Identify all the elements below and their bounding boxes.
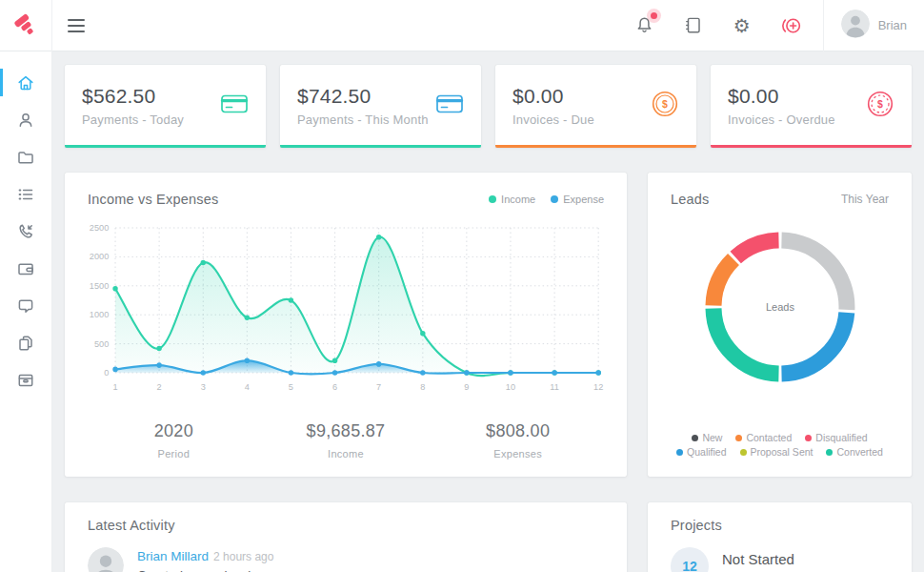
summary-expenses-value: $808.00 [432, 421, 604, 441]
legend-dot [692, 435, 698, 441]
stat-card-invoices-overdue: $0.00 Invoices - Overdue $ [711, 65, 912, 148]
legend-income[interactable]: Income [489, 194, 535, 205]
avatar [841, 10, 870, 42]
top-bar-inner: ⚙ Brian [52, 0, 924, 51]
svg-text:9: 9 [464, 382, 469, 392]
legend-qualified[interactable]: Qualified [676, 446, 726, 458]
svg-text:1500: 1500 [90, 281, 109, 291]
bottom-row: Latest Activity Brian Millard2 hours ago… [65, 502, 912, 572]
income-expenses-title: Income vs Expenses [88, 192, 218, 207]
summary-period-value: 2020 [88, 421, 260, 441]
svg-text:7: 7 [376, 382, 381, 392]
logo-icon [12, 12, 39, 39]
legend-expense[interactable]: Expense [551, 194, 604, 205]
archive-icon [16, 371, 35, 390]
stat-value: $0.00 [512, 85, 594, 108]
user-menu[interactable]: Brian [824, 10, 924, 42]
stat-value: $0.00 [728, 85, 835, 108]
sidebar-item-lists[interactable] [0, 175, 51, 213]
svg-text:11: 11 [550, 382, 559, 392]
legend-label: New [702, 432, 722, 443]
svg-text:2: 2 [157, 382, 162, 392]
svg-text:2500: 2500 [90, 223, 109, 233]
folder-icon [16, 148, 35, 167]
credit-card-icon [220, 92, 249, 115]
donut-chart-svg: Leads [693, 220, 867, 394]
legend-dot [489, 195, 496, 203]
legend-label: Converted [836, 446, 882, 458]
list-icon [16, 185, 35, 204]
home-icon [16, 73, 35, 92]
stat-card-payments-this-month: $742.50 Payments - This Month [280, 65, 481, 148]
stat-icon-wrap [435, 92, 464, 119]
latest-activity-card: Latest Activity Brian Millard2 hours ago… [65, 502, 627, 572]
legend-dot [551, 195, 558, 203]
legend-dot [826, 449, 833, 456]
notifications-button[interactable] [633, 14, 656, 37]
leads-donut-chart: Leads [671, 220, 889, 394]
legend-label: Expense [563, 194, 604, 205]
income-expenses-legend: IncomeExpense [489, 194, 604, 205]
legend-contacted[interactable]: Contacted [735, 432, 792, 443]
svg-text:$: $ [662, 98, 668, 110]
sidebar-item-documents[interactable] [0, 324, 51, 361]
phone-icon [16, 222, 35, 241]
sidebar-item-calls[interactable] [0, 213, 51, 250]
address-book-icon [683, 15, 703, 35]
svg-text:1: 1 [112, 382, 117, 392]
stat-icon-wrap: $ [651, 90, 679, 122]
chart-summary: 2020 Period $9,685.87 Income $808.00 Exp… [88, 421, 604, 460]
settings-button[interactable]: ⚙ [731, 14, 753, 37]
stat-text: $562.50 Payments - Today [82, 85, 184, 127]
contacts-button[interactable] [682, 14, 705, 37]
project-count-badge: 12 [671, 547, 709, 572]
sidebar-item-home[interactable] [0, 64, 51, 101]
sidebar-item-payments[interactable] [0, 250, 51, 287]
menu-toggle-button[interactable] [68, 19, 87, 32]
project-status-row: 12 Not Started Assigned to me: 6 [671, 547, 889, 572]
leads-title: Leads [671, 192, 710, 207]
pages-icon [16, 334, 35, 353]
activity-user-link[interactable]: Brian Millard [137, 549, 209, 563]
svg-text:12: 12 [593, 382, 603, 392]
add-circle-icon [780, 15, 801, 36]
sidebar [0, 51, 52, 572]
stat-value: $562.50 [82, 85, 184, 108]
activity-action: Created a new invoice [137, 568, 273, 572]
sidebar-item-archive[interactable] [0, 361, 51, 398]
projects-title: Projects [671, 518, 889, 533]
svg-text:4: 4 [245, 382, 250, 392]
legend-dot [740, 449, 747, 456]
svg-text:500: 500 [94, 338, 109, 348]
leads-legend-row: NewContactedDisqualified [671, 432, 889, 443]
leads-legend-row: QualifiedProposal SentConverted [671, 446, 889, 458]
legend-label: Disqualified [815, 432, 867, 443]
legend-converted[interactable]: Converted [826, 446, 882, 458]
main-content: $562.50 Payments - Today $742.50 Payment… [52, 51, 924, 572]
summary-period-label: Period [88, 448, 260, 460]
wallet-icon [16, 259, 35, 278]
legend-dot [805, 435, 812, 441]
sidebar-item-folders[interactable] [0, 138, 51, 175]
legend-proposal-sent[interactable]: Proposal Sent [740, 446, 814, 458]
stat-card-invoices-due: $0.00 Invoices - Due $ [495, 65, 696, 148]
sidebar-item-messages[interactable] [0, 287, 51, 324]
legend-dot [676, 449, 683, 456]
summary-period: 2020 Period [88, 421, 260, 460]
project-status-label: Not Started [722, 551, 810, 567]
summary-income-value: $9,685.87 [260, 421, 432, 441]
user-name: Brian [878, 18, 907, 32]
legend-disqualified[interactable]: Disqualified [805, 432, 867, 443]
svg-text:1000: 1000 [90, 310, 109, 319]
leads-period-filter[interactable]: This Year [841, 193, 889, 206]
svg-text:2000: 2000 [90, 252, 109, 261]
app-logo[interactable] [0, 0, 52, 51]
sidebar-item-contacts[interactable] [0, 101, 51, 138]
notification-badge [651, 12, 657, 19]
legend-new[interactable]: New [692, 432, 722, 443]
quick-add-button[interactable] [779, 14, 802, 37]
credit-card-icon [435, 92, 464, 115]
stat-text: $742.50 Payments - This Month [297, 85, 429, 127]
legend-dot [735, 435, 742, 441]
svg-text:5: 5 [289, 382, 293, 392]
